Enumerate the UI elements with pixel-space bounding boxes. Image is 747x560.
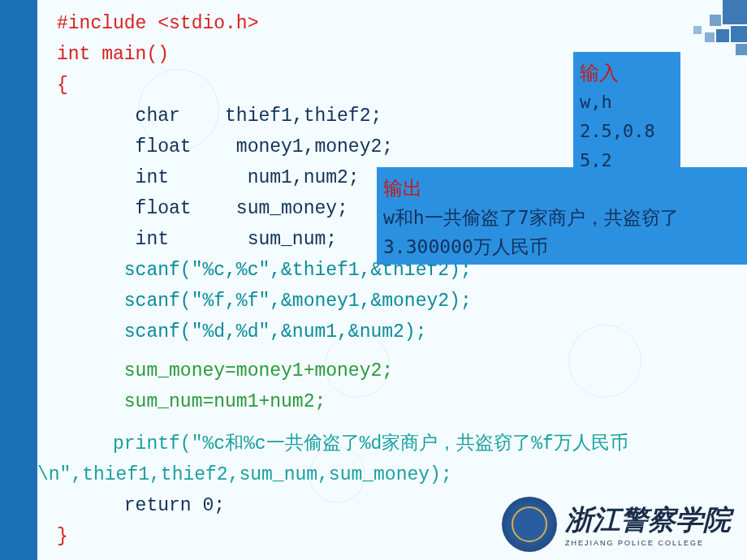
input-title: 输入	[580, 58, 674, 88]
logo-area: 浙江警察学院 ZHEJIANG POLICE COLLEGE	[502, 497, 731, 552]
output-line: w和h一共偷盗了7家商户，共盗窃了	[383, 203, 741, 232]
left-sidebar	[0, 0, 37, 560]
output-line: 3.300000万人民币	[383, 232, 741, 261]
output-title: 输出	[383, 174, 741, 203]
output-box: 输出 w和h一共偷盗了7家商户，共盗窃了 3.300000万人民币	[377, 167, 747, 265]
code-line-calc1: sum_money=money1+money2;	[57, 355, 744, 386]
logo-text-group: 浙江警察学院 ZHEJIANG POLICE COLLEGE	[565, 502, 731, 547]
input-line: 2.5,0.8	[580, 117, 674, 146]
logo-badge-icon	[502, 497, 557, 552]
code-line-include: #include <stdio.h>	[57, 8, 744, 39]
code-line-printf-b: \n",thief1,thief2,sum_num,sum_money);	[37, 459, 744, 490]
code-line-scanf3: scanf("%d,%d",&num1,&num2);	[57, 317, 744, 347]
input-box: 输入 w,h 2.5,0.8 5,2	[573, 52, 680, 172]
code-line-scanf2: scanf("%f,%f",&money1,&money2);	[57, 286, 744, 317]
code-line-printf-a: printf("%c和%c一共偷盗了%d家商户，共盗窃了%f万人民币	[57, 429, 744, 459]
logo-subtext: ZHEJIANG POLICE COLLEGE	[565, 539, 731, 547]
input-line: w,h	[580, 88, 674, 117]
logo-text: 浙江警察学院	[565, 502, 731, 539]
code-line-calc2: sum_num=num1+num2;	[57, 386, 744, 417]
